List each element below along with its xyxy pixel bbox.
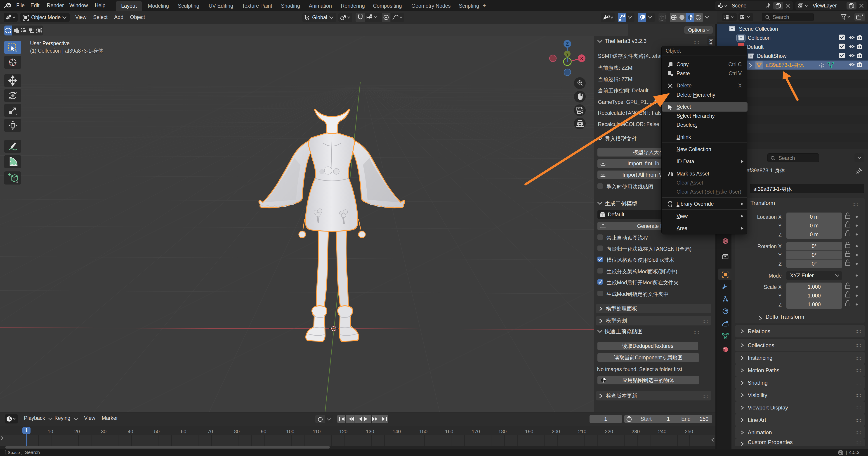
svg-text:80: 80: [234, 429, 240, 434]
svg-text:Y: Y: [566, 52, 569, 57]
svg-text:220: 220: [605, 429, 613, 434]
svg-text:130: 130: [366, 429, 374, 434]
svg-text:250: 250: [685, 429, 693, 434]
svg-text:110: 110: [313, 429, 320, 434]
svg-text:160: 160: [445, 429, 454, 434]
svg-text:100: 100: [286, 429, 294, 434]
svg-text:90: 90: [261, 429, 266, 434]
svg-text:120: 120: [339, 429, 348, 434]
svg-text:140: 140: [393, 429, 401, 434]
svg-text:20: 20: [74, 429, 80, 434]
svg-text:180: 180: [498, 429, 507, 434]
svg-text:30: 30: [101, 429, 106, 434]
svg-text:40: 40: [128, 429, 133, 434]
svg-text:170: 170: [472, 429, 480, 434]
svg-text:60: 60: [181, 429, 186, 434]
svg-text:190: 190: [525, 429, 533, 434]
svg-text:230: 230: [631, 429, 640, 434]
svg-text:50: 50: [154, 429, 160, 434]
svg-text:Z: Z: [566, 41, 569, 46]
svg-text:240: 240: [658, 429, 666, 434]
svg-text:150: 150: [419, 429, 428, 434]
svg-text:1: 1: [25, 427, 28, 433]
svg-text:210: 210: [578, 429, 587, 434]
svg-text:10: 10: [48, 429, 53, 434]
svg-text:70: 70: [208, 429, 213, 434]
svg-text:200: 200: [552, 429, 560, 434]
svg-text:X: X: [580, 56, 583, 61]
